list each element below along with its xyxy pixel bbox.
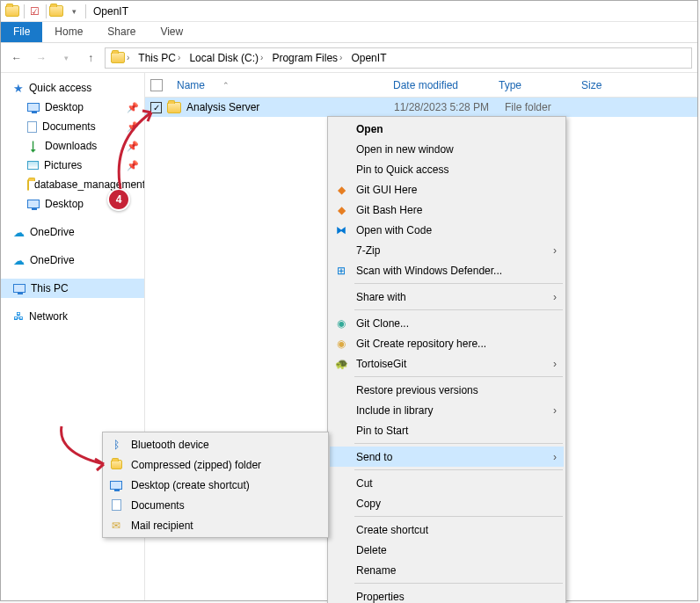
defender-icon: ⊞ — [334, 264, 348, 278]
documents-icon — [109, 498, 123, 512]
menu-share-with[interactable]: Share with› — [330, 287, 564, 307]
sidebar-documents[interactable]: Documents📌 — [1, 117, 144, 136]
menu-include-library[interactable]: Include in library› — [330, 400, 564, 420]
col-type[interactable]: Type — [492, 76, 574, 95]
sidebar-onedrive2[interactable]: ☁OneDrive — [1, 251, 144, 270]
bluetooth-icon: ᛒ — [109, 438, 123, 452]
sendto-zip[interactable]: Compressed (zipped) folder — [105, 454, 326, 475]
col-size[interactable]: Size — [574, 76, 609, 95]
menu-git-bash[interactable]: ◆Git Bash Here — [330, 200, 564, 220]
sidebar-network[interactable]: 🖧Network — [1, 307, 144, 326]
desktop-icon — [109, 478, 123, 492]
file-row-selected[interactable]: ✓ Analysis Server 11/28/2023 5:28 PM Fil… — [145, 98, 697, 117]
context-menu: Open Open in new window Pin to Quick acc… — [327, 116, 566, 603]
row-checkbox[interactable]: ✓ — [150, 102, 162, 113]
up-button[interactable]: ↑ — [80, 47, 101, 69]
recent-dropdown[interactable]: ▾ — [55, 47, 77, 69]
documents-icon — [27, 121, 37, 133]
menu-open[interactable]: Open — [330, 119, 564, 139]
menu-open-new-window[interactable]: Open in new window — [330, 139, 564, 159]
pin-icon: 📌 — [127, 141, 139, 152]
menu-pin-start[interactable]: Pin to Start — [330, 420, 564, 440]
pin-icon: 📌 — [127, 121, 139, 133]
git-create-icon: ◉ — [334, 337, 348, 351]
cloud-icon: ☁ — [13, 254, 25, 267]
submenu-arrow-icon: › — [553, 244, 557, 257]
submenu-arrow-icon: › — [553, 291, 557, 303]
col-name[interactable]: Name⌃ — [170, 76, 386, 95]
menu-delete[interactable]: Delete — [330, 540, 564, 560]
menu-create-shortcut[interactable]: Create shortcut — [330, 519, 564, 540]
menu-open-code[interactable]: ⧓Open with Code — [330, 220, 564, 240]
sidebar-desktop[interactable]: Desktop📌 — [1, 98, 144, 117]
menu-git-gui[interactable]: ◆Git GUI Here — [330, 179, 564, 200]
zip-icon — [109, 458, 123, 472]
pin-icon: 📌 — [127, 160, 139, 171]
col-date[interactable]: Date modified — [386, 76, 492, 95]
cloud-icon: ☁ — [13, 226, 25, 239]
mail-icon: ✉ — [109, 519, 123, 533]
pc-icon — [13, 284, 26, 293]
desktop-icon — [27, 103, 40, 112]
qat-folder-icon[interactable] — [48, 4, 64, 18]
menu-git-create[interactable]: ◉Git Create repository here... — [330, 333, 564, 353]
file-date: 11/28/2023 5:28 PM — [394, 101, 499, 113]
menu-git-clone[interactable]: ◉Git Clone... — [330, 313, 564, 333]
sendto-bluetooth[interactable]: ᛒBluetooth device — [105, 434, 326, 454]
app-icon — [4, 4, 20, 18]
network-icon: 🖧 — [13, 310, 24, 323]
file-name: Analysis Server — [186, 101, 389, 113]
folder-icon — [27, 179, 29, 191]
menu-pin-quick-access[interactable]: Pin to Quick access — [330, 159, 564, 179]
breadcrumb-drive[interactable]: Local Disk (C:) › — [186, 50, 266, 66]
breadcrumb-thispc[interactable]: This PC › — [135, 50, 184, 66]
column-headers: Name⌃ Date modified Type Size — [145, 73, 697, 98]
menu-rename[interactable]: Rename — [330, 560, 564, 580]
navigation-bar: ← → ▾ ↑ › This PC › Local Disk (C:) › Pr… — [1, 43, 697, 73]
back-button[interactable]: ← — [6, 47, 27, 69]
menu-restore[interactable]: Restore previous versions — [330, 380, 564, 400]
file-type: File folder — [505, 101, 551, 113]
sendto-mail[interactable]: ✉Mail recipient — [105, 515, 326, 535]
sidebar-thispc[interactable]: This PC — [1, 279, 144, 298]
sendto-submenu: ᛒBluetooth device Compressed (zipped) fo… — [102, 432, 329, 538]
menu-defender[interactable]: ⊞Scan with Windows Defender... — [330, 260, 564, 280]
desktop-icon — [27, 200, 40, 208]
breadcrumb-root-icon[interactable]: › — [107, 50, 133, 65]
address-bar[interactable]: › This PC › Local Disk (C:) › Program Fi… — [105, 47, 692, 69]
quick-access[interactable]: ★Quick access — [1, 78, 144, 98]
breadcrumb-current[interactable]: OpenIT — [347, 50, 390, 66]
ribbon-tabs: File Home Share View — [1, 22, 697, 43]
sidebar-downloads[interactable]: ⭣Downloads📌 — [1, 136, 144, 156]
sidebar-pictures[interactable]: Pictures📌 — [1, 156, 144, 175]
pin-icon: 📌 — [127, 102, 139, 113]
menu-cut[interactable]: Cut — [330, 473, 564, 493]
menu-7zip[interactable]: 7-Zip› — [330, 240, 564, 260]
menu-properties[interactable]: Properties — [330, 586, 564, 603]
downloads-icon: ⭣ — [27, 139, 40, 153]
menu-tortoisegit[interactable]: 🐢TortoiseGit› — [330, 353, 564, 374]
tab-home[interactable]: Home — [42, 22, 95, 42]
sendto-documents[interactable]: Documents — [105, 495, 326, 515]
tab-view[interactable]: View — [148, 22, 195, 42]
qat-properties-icon[interactable]: ☑ — [26, 4, 42, 18]
submenu-arrow-icon: › — [553, 404, 557, 417]
sendto-desktop-shortcut[interactable]: Desktop (create shortcut) — [105, 475, 326, 495]
tab-share[interactable]: Share — [95, 22, 148, 42]
forward-button[interactable]: → — [31, 47, 52, 69]
sort-indicator-icon: ⌃ — [222, 81, 230, 90]
star-icon: ★ — [13, 82, 24, 95]
tab-file[interactable]: File — [1, 22, 42, 42]
vscode-icon: ⧓ — [334, 223, 348, 237]
window-title: OpenIT — [93, 5, 128, 18]
submenu-arrow-icon: › — [553, 358, 557, 370]
tortoise-icon: 🐢 — [334, 357, 348, 371]
menu-copy[interactable]: Copy — [330, 493, 564, 513]
menu-send-to[interactable]: Send to› — [330, 447, 564, 467]
qat-dropdown-icon[interactable]: ▾ — [66, 4, 82, 18]
annotation-badge: 4 — [107, 188, 130, 211]
sidebar-onedrive1[interactable]: ☁OneDrive — [1, 222, 144, 242]
select-all-checkbox[interactable] — [150, 79, 163, 91]
breadcrumb-programfiles[interactable]: Program Files › — [268, 50, 346, 66]
git-clone-icon: ◉ — [334, 316, 348, 331]
